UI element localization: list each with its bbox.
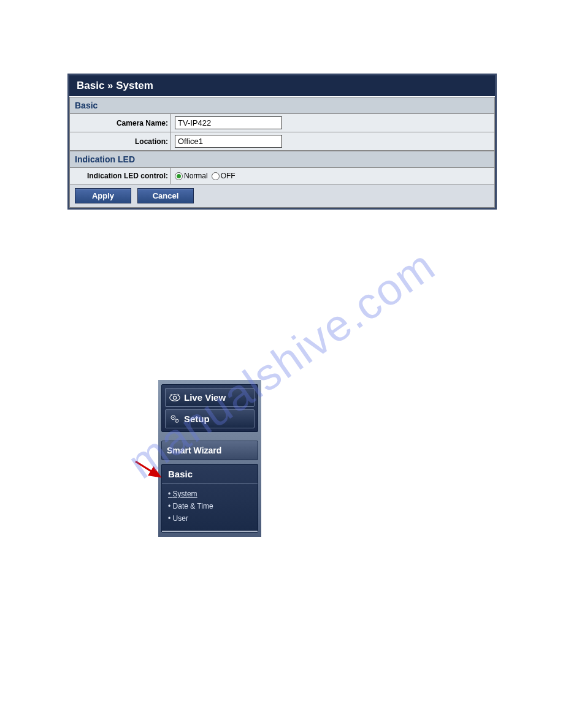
- location-field-wrap: [171, 132, 494, 150]
- row-location: Location:: [70, 132, 494, 151]
- camera-name-field-wrap: [171, 114, 494, 132]
- breadcrumb: Basic » System: [69, 75, 495, 97]
- apply-button[interactable]: Apply: [75, 188, 131, 203]
- location-label: Location:: [70, 132, 171, 150]
- gear-icon: [169, 414, 180, 424]
- nav-link-system[interactable]: System: [168, 488, 251, 500]
- svg-point-0: [170, 394, 180, 401]
- button-bar: Apply Cancel: [70, 184, 494, 207]
- radio-normal-label: Normal: [184, 172, 208, 180]
- svg-line-10: [136, 461, 160, 477]
- radio-normal[interactable]: Normal: [175, 172, 208, 180]
- section-header-led: Indication LED: [70, 151, 494, 168]
- live-view-label: Live View: [184, 392, 226, 403]
- row-led-control: Indication LED control: Normal OFF: [70, 168, 494, 184]
- location-input[interactable]: [175, 135, 282, 148]
- side-navigation: Live View Setup Smart Wizard Basic Syste…: [158, 380, 261, 537]
- system-settings-panel: Basic » System Basic Camera Name: Locati…: [67, 74, 497, 210]
- radio-off[interactable]: OFF: [212, 172, 236, 180]
- camera-name-input[interactable]: [175, 116, 282, 129]
- led-control-label: Indication LED control:: [70, 168, 171, 184]
- camera-name-label: Camera Name:: [70, 114, 171, 132]
- setup-button[interactable]: Setup: [165, 409, 255, 428]
- nav-link-date-time[interactable]: Date & Time: [168, 500, 251, 512]
- radio-off-label: OFF: [221, 172, 236, 180]
- nav-section-basic: Basic System Date & Time User: [161, 464, 258, 533]
- panel-body: Basic Camera Name: Location: Indication …: [69, 97, 495, 208]
- svg-point-8: [177, 420, 177, 421]
- live-view-button[interactable]: Live View: [165, 388, 255, 407]
- radio-dot-icon: [175, 172, 183, 180]
- nav-link-user[interactable]: User: [168, 512, 251, 525]
- cancel-button[interactable]: Cancel: [137, 188, 194, 203]
- svg-point-6: [172, 417, 174, 418]
- setup-label: Setup: [184, 414, 210, 424]
- smart-wizard-button[interactable]: Smart Wizard: [161, 441, 258, 460]
- eye-icon: [169, 393, 180, 403]
- nav-links: System Date & Time User: [162, 484, 258, 532]
- svg-point-1: [173, 396, 176, 399]
- nav-top-group: Live View Setup: [161, 384, 258, 432]
- row-camera-name: Camera Name:: [70, 114, 494, 132]
- led-control-field-wrap: Normal OFF: [171, 168, 494, 184]
- section-header-basic: Basic: [70, 97, 494, 114]
- radio-dot-icon: [212, 172, 220, 180]
- nav-section-title-basic: Basic: [162, 464, 258, 484]
